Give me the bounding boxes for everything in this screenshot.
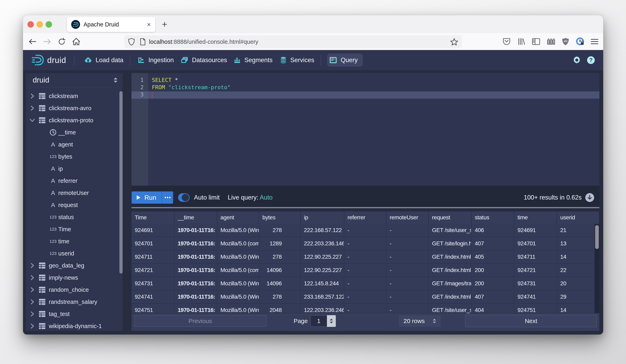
ublock-shield-icon[interactable]: uO: [561, 38, 570, 46]
zoom-window-button[interactable]: [45, 21, 52, 28]
table-cell[interactable]: 233.168.257.122: [301, 290, 344, 303]
table-cell[interactable]: 924741: [131, 290, 174, 303]
table-cell[interactable]: -: [386, 224, 429, 237]
chevron-right-icon[interactable]: [29, 275, 36, 281]
menu-hamburger-icon[interactable]: [590, 39, 599, 44]
table-cell[interactable]: 407: [471, 237, 514, 250]
tree-column-time[interactable]: 123time: [26, 235, 123, 247]
table-cell[interactable]: 405: [471, 250, 514, 264]
table-cell[interactable]: 1970-01-11T16:: [174, 250, 217, 264]
tree-datasource-wikipedia-dynamic-1[interactable]: wikipedia-dynamic-1: [26, 320, 123, 331]
containers-fence-icon[interactable]: [546, 38, 556, 45]
table-cell[interactable]: -: [386, 264, 429, 277]
table-cell[interactable]: -: [344, 264, 386, 277]
table-cell[interactable]: 1970-01-11T16:: [174, 264, 217, 277]
table-cell[interactable]: 924731: [514, 277, 557, 290]
tree-datasource-random_choice[interactable]: random_choice: [26, 284, 123, 296]
table-cell[interactable]: 200: [471, 277, 514, 290]
table-cell[interactable]: 924741: [514, 290, 557, 303]
column-header-ip[interactable]: ip: [301, 211, 344, 224]
table-cell[interactable]: GET /site/user_s: [429, 303, 471, 313]
nav-item-load-data[interactable]: Load data: [85, 56, 123, 64]
reload-icon[interactable]: [57, 38, 67, 46]
tree-datasource-tag_test[interactable]: tag_test: [26, 308, 123, 320]
nav-item-ingestion[interactable]: Ingestion: [138, 56, 174, 64]
table-cell[interactable]: 29: [557, 290, 599, 303]
table-cell[interactable]: 924731: [131, 277, 174, 290]
page-number-input[interactable]: 1: [310, 315, 336, 327]
shield-icon[interactable]: [128, 38, 135, 46]
chevron-down-icon[interactable]: [29, 118, 36, 122]
run-button[interactable]: Run: [131, 191, 161, 204]
table-cell[interactable]: Mozilla/5.0 (Win(: [217, 303, 259, 313]
table-cell[interactable]: -: [344, 250, 386, 264]
table-cell[interactable]: GET /site/login.h: [429, 237, 471, 250]
table-cell[interactable]: -: [386, 303, 429, 313]
table-cell[interactable]: 14096: [259, 264, 301, 277]
druid-brand[interactable]: druid: [32, 54, 66, 67]
column-header-Time[interactable]: Time: [131, 211, 174, 224]
table-cell[interactable]: -: [386, 290, 429, 303]
auto-limit-toggle[interactable]: [178, 193, 190, 202]
panel-resizer[interactable]: [131, 207, 599, 208]
tree-column-remoteUser[interactable]: AremoteUser: [26, 187, 123, 199]
table-cell[interactable]: 122.145.8.244: [301, 277, 344, 290]
sort-double-caret-icon[interactable]: [113, 77, 118, 83]
column-header-request[interactable]: request: [429, 211, 471, 224]
table-cell[interactable]: Mozilla/5.0 (Win(: [217, 224, 259, 237]
table-cell[interactable]: 407: [471, 290, 514, 303]
table-cell[interactable]: 222.168.57.122: [301, 224, 344, 237]
table-cell[interactable]: -: [344, 290, 386, 303]
spinner-down-icon[interactable]: [329, 321, 334, 324]
chevron-right-icon[interactable]: [29, 311, 36, 317]
table-cell[interactable]: GET /index.html: [429, 264, 471, 277]
table-cell[interactable]: GET /site/user_s: [429, 224, 471, 237]
sidebar-header[interactable]: druid: [26, 73, 123, 87]
table-cell[interactable]: 924751: [131, 303, 174, 313]
table-cell[interactable]: 122.90.225.227: [301, 264, 344, 277]
tree-column-bytes[interactable]: 123bytes: [26, 151, 123, 163]
forward-icon[interactable]: [42, 38, 52, 45]
browser-tab[interactable]: Apache Druid ×: [67, 17, 155, 32]
tree-column-request[interactable]: Arequest: [26, 199, 123, 211]
next-page-button[interactable]: Next: [465, 315, 597, 327]
table-cell[interactable]: 406: [471, 224, 514, 237]
table-cell[interactable]: -: [386, 250, 429, 264]
results-scrollbar-thumb[interactable]: [595, 225, 599, 249]
close-window-button[interactable]: [27, 21, 34, 28]
spinner-up-icon[interactable]: [329, 318, 334, 321]
table-cell[interactable]: -: [344, 237, 386, 250]
table-cell[interactable]: 122.203.236.246: [301, 303, 344, 313]
table-cell[interactable]: 924711: [514, 250, 557, 264]
table-cell[interactable]: 1970-01-11T16:: [174, 303, 217, 313]
column-header-remoteUser[interactable]: remoteUser: [386, 211, 429, 224]
tree-datasource-clickstream-proto[interactable]: clickstream-proto: [26, 114, 123, 126]
run-more-button[interactable]: [161, 191, 173, 204]
tree-datasource-clickstream[interactable]: clickstream: [26, 90, 123, 102]
tree-datasource-randstream_salary[interactable]: randstream_salary: [26, 296, 123, 308]
column-header-time[interactable]: time: [514, 211, 557, 224]
table-cell[interactable]: Mozilla/5.0 (Win(: [217, 250, 259, 264]
tree-datasource-imply-news[interactable]: imply-news: [26, 272, 123, 284]
url-text[interactable]: localhost:8888/unified-console.html#quer…: [149, 39, 258, 45]
sidebar-scrollbar[interactable]: [119, 91, 123, 274]
table-cell[interactable]: 13: [557, 237, 599, 250]
tab-close-icon[interactable]: ×: [147, 21, 151, 28]
table-cell[interactable]: 924751: [514, 303, 557, 313]
library-icon[interactable]: [516, 38, 526, 45]
previous-page-button[interactable]: Previous: [134, 315, 267, 327]
table-cell[interactable]: Mozilla/5.0 (com: [217, 237, 259, 250]
new-tab-button[interactable]: +: [159, 19, 170, 30]
home-icon[interactable]: [71, 38, 81, 46]
table-cell[interactable]: 404: [471, 303, 514, 313]
minimize-window-button[interactable]: [37, 21, 43, 28]
nav-item-query[interactable]: Query: [327, 54, 363, 67]
column-header-status[interactable]: status: [471, 211, 514, 224]
table-cell[interactable]: -: [344, 303, 386, 313]
table-cell[interactable]: 14: [557, 250, 599, 264]
table-cell[interactable]: 924711: [131, 250, 174, 264]
table-cell[interactable]: -: [344, 224, 386, 237]
table-cell[interactable]: 924721: [131, 264, 174, 277]
tree-column-userid[interactable]: 123userid: [26, 247, 123, 259]
table-cell[interactable]: Mozilla/5.0 (Win(: [217, 277, 259, 290]
